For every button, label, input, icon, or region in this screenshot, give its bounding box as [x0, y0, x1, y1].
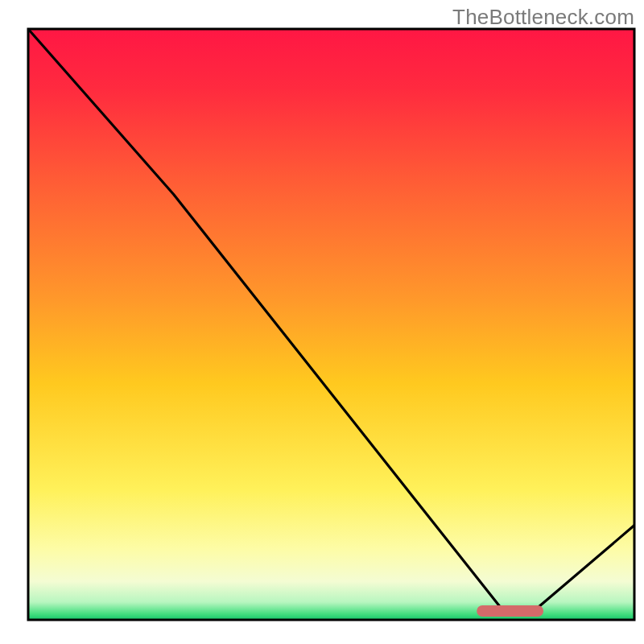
chart-svg: [0, 0, 644, 644]
optimal-range-marker: [477, 605, 543, 617]
chart-container: TheBottleneck.com: [0, 0, 644, 644]
watermark-text: TheBottleneck.com: [452, 5, 634, 30]
gradient-background: [28, 29, 634, 620]
